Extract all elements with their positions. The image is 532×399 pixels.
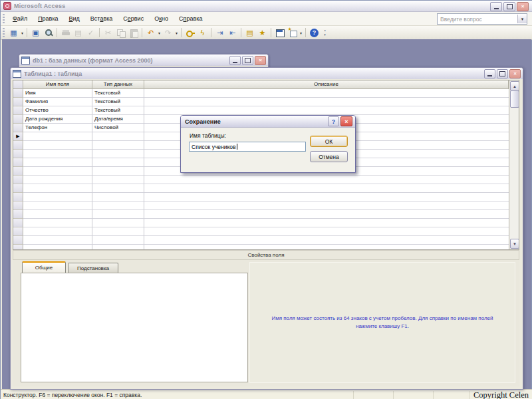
field-name-cell[interactable]: Отчество (23, 106, 92, 115)
field-name-cell[interactable]: Фамилия (23, 98, 92, 106)
menu-edit[interactable]: Правка (33, 13, 63, 24)
table-icon (13, 70, 21, 78)
spelling-icon[interactable]: ✓ (85, 27, 96, 38)
data-type-cell[interactable] (92, 132, 144, 141)
empty-row[interactable] (13, 176, 509, 184)
data-type-cell[interactable]: Дата/время (92, 115, 144, 124)
database-window-icon[interactable] (274, 27, 285, 38)
empty-row[interactable] (13, 236, 509, 245)
new-object-dropdown-icon[interactable]: ▾ (299, 31, 303, 35)
view-dropdown-icon[interactable]: ▾ (20, 31, 25, 35)
tab-lookup[interactable]: Подстановка (68, 263, 118, 273)
print-icon[interactable] (60, 27, 71, 38)
db-maximize-icon[interactable] (242, 56, 253, 65)
chevron-down-icon[interactable]: ▾ (517, 15, 527, 23)
description-cell[interactable] (144, 89, 509, 98)
menu-tools[interactable]: Сервис (118, 13, 149, 24)
scroll-down-icon[interactable]: ▼ (510, 239, 519, 249)
indexes-icon[interactable]: ϟ (197, 27, 208, 38)
undo-dropdown-icon[interactable]: ▾ (157, 31, 162, 35)
undo-icon[interactable]: ↶ (145, 27, 156, 38)
current-row-marker-icon[interactable]: ▶ (13, 132, 23, 141)
restore-icon[interactable] (503, 2, 515, 11)
app-title: Microsoft Access (14, 3, 65, 9)
description-cell[interactable] (144, 106, 509, 115)
save-icon[interactable]: ▣ (30, 27, 41, 38)
minimize-icon[interactable] (490, 2, 502, 11)
field-name-cell[interactable]: Имя (23, 89, 92, 98)
save-dialog-titlebar: Сохранение ? × (181, 116, 355, 128)
db-close-icon[interactable]: × (255, 56, 266, 65)
row-selector[interactable] (13, 89, 23, 98)
copyright-watermark: Copyright Celen (473, 390, 529, 399)
scroll-up-icon[interactable]: ▲ (510, 81, 519, 91)
new-object-icon[interactable] (287, 27, 298, 38)
property-sheet[interactable] (21, 273, 248, 382)
field-name-cell[interactable]: Дата рождения (23, 115, 92, 124)
cut-icon[interactable]: ✂ (102, 27, 114, 38)
empty-row[interactable] (13, 219, 509, 227)
description-cell[interactable] (144, 98, 509, 106)
vertical-scrollbar[interactable]: ▲ ▼ (509, 80, 519, 249)
empty-row[interactable] (13, 184, 509, 193)
field-name-cell[interactable]: Телефон (23, 124, 92, 132)
scroll-thumb[interactable] (510, 90, 519, 108)
db-minimize-icon[interactable] (229, 56, 241, 65)
row-selector[interactable] (13, 98, 23, 106)
toolbar-options-icon[interactable]: ▪▾ (322, 27, 328, 38)
field-row: Отчество Текстовый (13, 106, 509, 115)
field-name-cell[interactable] (23, 132, 92, 141)
properties-icon[interactable]: ▤ (244, 27, 255, 38)
menu-window[interactable]: Окно (149, 13, 174, 24)
menu-file[interactable]: Файл (7, 13, 33, 24)
table-name-input[interactable]: Список учеников (189, 142, 306, 152)
field-row: Имя Текстовый (13, 89, 509, 98)
redo-dropdown-icon[interactable]: ▾ (174, 31, 179, 35)
cancel-button[interactable]: Отмена (310, 151, 348, 162)
row-selector[interactable] (13, 115, 23, 124)
data-type-cell[interactable]: Числовой (92, 124, 144, 132)
file-search-icon[interactable] (43, 27, 54, 38)
insert-rows-icon[interactable]: ⇥ (214, 27, 225, 38)
row-selector[interactable] (13, 124, 23, 132)
status-text: Конструктор. F6 = переключение окон. F1 … (1, 392, 142, 398)
menu-grip[interactable] (3, 14, 5, 23)
empty-row[interactable] (13, 193, 509, 201)
table-minimize-icon[interactable] (484, 69, 495, 78)
copy-icon[interactable] (115, 27, 126, 38)
empty-row[interactable] (13, 227, 509, 236)
delete-rows-icon[interactable]: ⇤ (227, 27, 238, 38)
view-design-icon[interactable]: ▦ (8, 27, 19, 38)
close-icon[interactable]: × (517, 2, 529, 11)
menu-view[interactable]: Вид (64, 13, 85, 24)
dialog-close-icon[interactable]: × (340, 116, 352, 126)
row-selector[interactable] (13, 106, 23, 115)
print-preview-icon[interactable]: ▤ (72, 27, 84, 38)
data-type-cell[interactable]: Текстовый (92, 106, 144, 115)
toolbar-grip[interactable] (3, 28, 5, 37)
status-bar: Конструктор. F6 = переключение окон. F1 … (1, 389, 532, 399)
paste-icon[interactable] (128, 27, 139, 38)
menu-help[interactable]: Справка (174, 13, 207, 24)
column-header-field-name[interactable]: Имя поля (23, 80, 92, 89)
redo-icon[interactable]: ↷ (162, 27, 174, 38)
tab-general[interactable]: Общие (22, 261, 66, 273)
ok-button[interactable]: ОК (310, 136, 348, 147)
build-icon[interactable]: ★ (257, 27, 268, 38)
table-maximize-icon[interactable] (497, 69, 508, 78)
column-header-data-type[interactable]: Тип данных (92, 80, 144, 89)
data-type-cell[interactable]: Текстовый (92, 98, 144, 106)
dialog-help-icon[interactable]: ? (328, 116, 339, 126)
data-type-cell[interactable]: Текстовый (92, 89, 144, 98)
primary-key-icon[interactable] (184, 27, 196, 38)
ask-question-input[interactable]: Введите вопрос ▾ (437, 13, 527, 25)
empty-row[interactable] (13, 210, 509, 219)
empty-row[interactable] (13, 201, 509, 210)
field-properties-panel: Общие Подстановка Имя поля может состоят… (13, 260, 519, 386)
table-close-icon[interactable]: × (509, 69, 521, 78)
menu-insert[interactable]: Вставка (85, 13, 118, 24)
empty-row[interactable] (13, 245, 509, 250)
column-header-description[interactable]: Описание (144, 80, 509, 89)
help-icon[interactable]: ? (309, 27, 320, 38)
database-icon (21, 57, 30, 65)
